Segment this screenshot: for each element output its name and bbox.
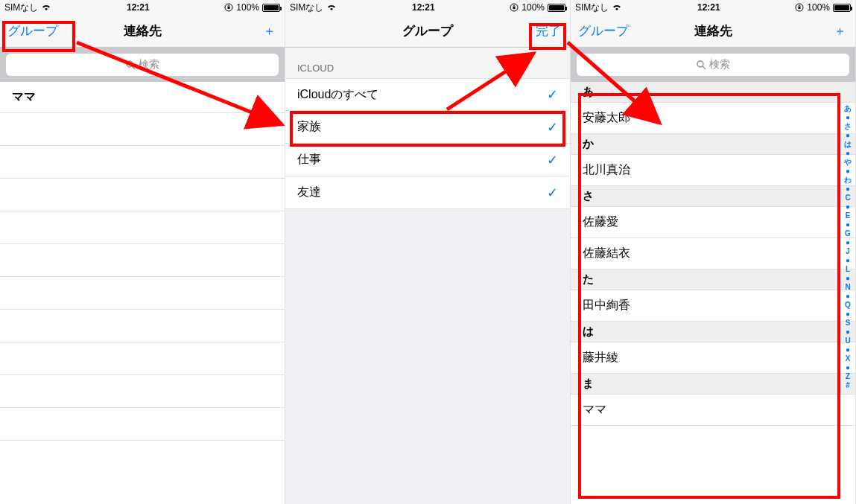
contact-row[interactable]: 佐藤結衣 [571,238,855,269]
carrier-label: SIMなし [290,1,323,14]
group-label: 友達 [297,185,321,200]
svg-line-3 [132,66,135,69]
contact-row[interactable]: 北川真治 [571,155,855,186]
contact-row[interactable]: 佐藤愛 [571,207,855,238]
index-letter[interactable]: ● [846,274,850,282]
search-input[interactable]: 検索 [577,54,849,76]
search-placeholder: 検索 [709,58,730,71]
orientation-lock-icon [510,3,519,12]
index-letter[interactable]: ● [846,220,850,229]
index-letter[interactable]: は [844,140,852,148]
index-letter[interactable]: ● [846,167,850,175]
group-row-friends[interactable]: 友達 ✓ [285,176,570,209]
battery-pct-label: 100% [521,2,545,13]
nav-bar: グループ 完了 [285,15,570,48]
empty-row [0,244,285,277]
index-letter[interactable]: ● [846,310,850,318]
empty-row [0,277,285,310]
contacts-list[interactable]: ママ [0,82,285,504]
search-icon [697,60,706,70]
status-bar: SIMなし 12:21 100% [0,0,285,15]
group-label: iCloudのすべて [297,87,378,103]
svg-point-2 [127,61,133,67]
index-letter[interactable]: ● [846,256,850,264]
svg-rect-5 [513,7,516,9]
carrier-label: SIMなし [575,1,609,14]
orientation-lock-icon [795,3,804,12]
group-row-all-icloud[interactable]: iCloudのすべて ✓ [285,78,570,111]
index-letter[interactable]: さ [844,122,852,130]
search-bar-container: 検索 [571,48,855,82]
search-placeholder: 検索 [139,58,159,71]
index-letter[interactable]: S [846,319,851,327]
index-letter[interactable]: ● [846,328,850,336]
empty-row [0,408,285,441]
nav-bar: グループ 連絡先 ＋ [0,15,285,48]
index-letter[interactable]: Z [846,372,850,380]
contacts-section-header: あ [571,82,855,103]
groups-list[interactable]: ICLOUD iCloudのすべて ✓ 家族 ✓ 仕事 ✓ 友達 ✓ [285,48,570,504]
groups-button[interactable]: グループ [578,22,629,39]
checkmark-icon: ✓ [547,152,558,168]
add-contact-button[interactable]: ＋ [834,25,846,37]
group-row-family[interactable]: 家族 ✓ [285,111,570,144]
search-input[interactable]: 検索 [6,54,279,76]
battery-icon [833,4,851,12]
contact-row[interactable]: 田中絢香 [571,290,855,322]
index-letter[interactable]: Q [845,301,851,309]
index-letter[interactable]: N [845,283,850,291]
contact-row[interactable]: 藤井綾 [571,342,855,374]
index-letter[interactable]: ● [846,202,850,211]
empty-row [0,342,285,375]
index-letter[interactable]: あ [844,104,852,112]
group-row-work[interactable]: 仕事 ✓ [285,144,570,176]
contacts-list[interactable]: あ安藤太郎か北川真治さ佐藤愛佐藤結衣た田中絢香は藤井綾まママ [571,82,855,504]
contacts-section-header: か [571,134,855,155]
search-bar-container: 検索 [0,48,285,82]
index-letter[interactable]: E [846,211,851,220]
contact-row[interactable]: 安藤太郎 [571,103,855,134]
wifi-icon [612,4,622,11]
checkmark-icon: ✓ [547,185,558,201]
add-contact-button[interactable]: ＋ [263,25,276,37]
carrier-label: SIMなし [4,1,38,14]
empty-row [0,375,285,408]
search-icon [126,60,136,70]
nav-title: 連絡先 [124,22,162,39]
wifi-icon [326,4,337,11]
contact-row[interactable]: ママ [571,395,855,426]
index-letter[interactable]: ● [846,131,850,139]
svg-rect-1 [228,7,230,9]
contacts-section-header: は [571,322,855,342]
index-letter[interactable]: U [845,336,850,345]
contact-name: ママ [12,90,36,103]
index-letter[interactable]: J [846,247,850,255]
svg-rect-7 [799,7,801,9]
index-letter[interactable]: ● [846,292,850,300]
index-letter[interactable]: や [844,158,852,166]
phone-screen-1: SIMなし 12:21 100% グループ 連絡先 ＋ 検索 ママ [0,0,285,504]
index-letter[interactable]: ● [846,363,850,371]
index-letter[interactable]: G [845,229,851,237]
battery-pct-label: 100% [807,2,830,13]
clock-label: 12:21 [412,2,435,13]
index-letter[interactable]: わ [844,176,852,184]
status-bar: SIMなし 12:21 100% [571,0,855,15]
index-letter[interactable]: # [846,381,850,389]
nav-title: グループ [402,22,453,39]
index-letter[interactable]: ● [846,113,850,121]
empty-row [0,146,285,179]
index-letter[interactable]: ● [846,238,850,246]
index-letter[interactable]: C [845,194,850,202]
index-bar[interactable]: あ●さ●は●や●わ●C●E●G●J●L●N●Q●S●U●X●Z# [842,104,854,497]
index-letter[interactable]: L [846,265,850,273]
contact-row[interactable]: ママ [0,82,285,113]
battery-icon [548,4,565,12]
index-letter[interactable]: ● [846,345,850,354]
done-button[interactable]: 完了 [536,22,561,39]
nav-bar: グループ 連絡先 ＋ [571,15,855,48]
index-letter[interactable]: X [846,354,851,363]
index-letter[interactable]: ● [846,185,850,193]
groups-button[interactable]: グループ [7,22,58,39]
index-letter[interactable]: ● [846,149,850,157]
